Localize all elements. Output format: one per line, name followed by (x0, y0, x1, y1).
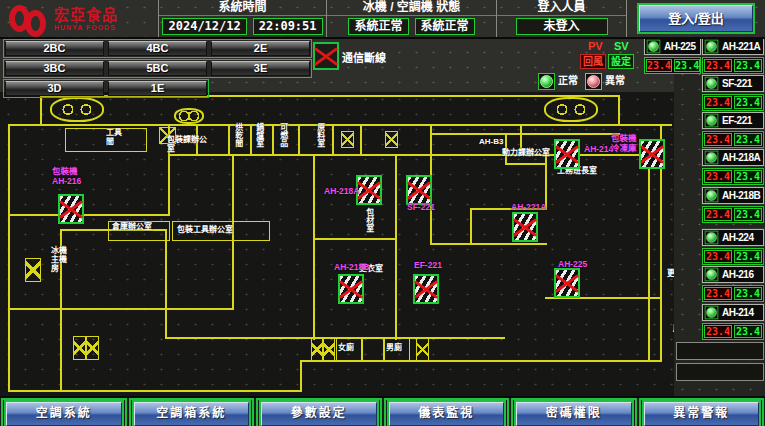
room-label: 原料室 (315, 123, 324, 147)
login-area: 登入/登出 (626, 0, 765, 37)
floor-button-3BC[interactable]: 3BC (5, 61, 104, 76)
header: 宏亞食品 HUNYA FOODS 系統時間 2024/12/12 22:09:5… (0, 0, 765, 39)
value-row: 23.423.4 (702, 168, 764, 185)
stairs-icon (341, 131, 354, 148)
sv-value: 23.4 (734, 325, 762, 338)
device-label-AH-221A: AH-221A (511, 203, 546, 213)
device-icon-AH-218B[interactable] (338, 274, 364, 304)
stairs-icon (73, 336, 86, 360)
device-icon-AH-216[interactable] (58, 194, 84, 224)
sv-value: 23.4 (674, 59, 700, 72)
floor-button-5BC[interactable]: 5BC (108, 61, 207, 76)
device-label-EF-221: EF-221 (414, 261, 442, 271)
device-icon-EF-221[interactable] (413, 274, 439, 304)
brand-logo: 宏亞食品 HUNYA FOODS (0, 0, 158, 37)
abnormal-legend: 異常 (585, 72, 625, 90)
normal-legend-label: 正常 (558, 75, 578, 86)
status-led (705, 77, 719, 91)
pv-value: 23.4 (704, 96, 732, 109)
comm-lost-label: 通信斷線 (342, 49, 386, 65)
login-logout-button[interactable]: 登入/登出 (639, 5, 753, 32)
system-time-section: 系統時間 2024/12/12 22:09:51 (158, 0, 326, 37)
nav-button-2[interactable]: 空調箱系統 (134, 402, 250, 426)
stairs-icon (416, 338, 429, 361)
value-row: 23.423.4 (702, 285, 764, 302)
nav-button-4[interactable]: 儀表監視 (389, 402, 505, 426)
hmi-screen: { "header": { "brand": {"name": "宏亞食品", … (0, 0, 765, 426)
system-time-label: 系統時間 (159, 0, 326, 16)
floor-button-2BC[interactable]: 2BC (5, 41, 104, 56)
nav-button-3[interactable]: 參數設定 (261, 402, 377, 426)
device-icon-AH-221A[interactable] (512, 212, 538, 242)
sv-value: 23.4 (734, 133, 762, 146)
status-led (705, 306, 719, 320)
value-row: 23.423.4 (702, 323, 764, 340)
device-icon-AH-214[interactable] (554, 139, 580, 169)
device-icon-SF-221[interactable] (406, 175, 432, 205)
equipment-unit-AH-214: AH-21423.423.4 (702, 304, 764, 340)
device-icon-AH-225[interactable] (554, 268, 580, 298)
nav-button-5[interactable]: 密碼權限 (516, 402, 632, 426)
pv-value: 23.4 (704, 208, 732, 221)
ahu-status: 系統正常 (415, 18, 475, 35)
nav-button-1[interactable]: 空調系統 (6, 402, 122, 426)
stairs-icon (25, 258, 41, 282)
value-row: 23.423.4 (702, 94, 764, 111)
abnormal-legend-label: 異常 (605, 75, 625, 86)
equipment-button-AH-221A[interactable]: AH-221A (702, 38, 764, 55)
equipment-button-AH-216[interactable]: AH-216 (702, 266, 764, 283)
device-label-AH-225: AH-225 (558, 260, 587, 270)
status-led (647, 40, 661, 54)
device-icon-AH-218A[interactable] (356, 175, 382, 205)
equipment-unit-AH-225: AH-22523.423.4 (644, 38, 701, 74)
machine-status-label: 冰機 / 空調機 狀態 (327, 0, 496, 16)
sv-value: 23.4 (734, 170, 762, 183)
bottom-nav: 空調系統空調箱系統參數設定儀表監視密碼權限異常警報 (0, 396, 765, 426)
equipment-unit-AH-224: AH-22423.423.4 (702, 229, 764, 265)
chiller-status: 系統正常 (348, 18, 408, 35)
equipment-button-AH-225[interactable]: AH-225 (644, 38, 701, 55)
equipment-unit-AH-218B: AH-218B23.423.4 (702, 187, 764, 223)
sv-value: 23.4 (734, 287, 762, 300)
nav-button-6[interactable]: 異常警報 (644, 402, 760, 426)
empty-slot (676, 342, 764, 360)
equipment-button-SF-221[interactable]: SF-221 (702, 75, 764, 92)
floor-button-1E[interactable]: 1E (108, 81, 207, 96)
pv-value: 23.4 (704, 250, 732, 263)
sv-value: 23.4 (734, 59, 762, 72)
floor-button-3D[interactable]: 3D (5, 81, 104, 96)
floor-button-4BC[interactable]: 4BC (108, 41, 207, 56)
room-label: 可燃品 (278, 123, 287, 147)
value-row: 23.423.4 (644, 57, 701, 74)
equipment-button-EF-221[interactable]: EF-221 (702, 112, 764, 129)
room-label: 包裝工具辦公室 (177, 226, 267, 235)
time-display: 22:09:51 (253, 18, 323, 35)
floor-button-3E[interactable]: 3E (211, 61, 310, 76)
machine-status-section: 冰機 / 空調機 狀態 系統正常 系統正常 (326, 0, 496, 37)
equipment-button-AH-224[interactable]: AH-224 (702, 229, 764, 246)
brand-icon (8, 4, 48, 34)
equipment-button-AH-218B[interactable]: AH-218B (702, 187, 764, 204)
stairs-icon (311, 338, 323, 361)
device-icon-cold-storage[interactable] (639, 139, 665, 169)
login-label: 登入人員 (497, 0, 626, 16)
status-led (705, 268, 719, 282)
room-label: 包裝課辦公室 (167, 136, 209, 154)
pv-value: 23.4 (704, 59, 732, 72)
date-display: 2024/12/12 (162, 18, 246, 35)
room-label: 女廁 (338, 344, 360, 353)
floor-button-2E[interactable]: 2E (211, 41, 310, 56)
device-label-AH-218A: AH-218A (324, 187, 359, 197)
value-row: 23.423.4 (702, 131, 764, 148)
brand-name-en: HUNYA FOODS (54, 24, 118, 31)
status-led (705, 189, 719, 203)
room-label: 鍋爐室 (254, 123, 263, 147)
equipment-button-AH-218A[interactable]: AH-218A (702, 149, 764, 166)
room-label: 冰機主機房 (51, 247, 73, 273)
device-label-SF-221: SF-221 (407, 203, 435, 213)
stairwell-icon (50, 97, 104, 122)
status-led (705, 151, 719, 165)
room-label: AH-B3 (479, 138, 519, 147)
equipment-unit-EF-221: EF-22123.423.4 (702, 112, 764, 148)
equipment-button-AH-214[interactable]: AH-214 (702, 304, 764, 321)
